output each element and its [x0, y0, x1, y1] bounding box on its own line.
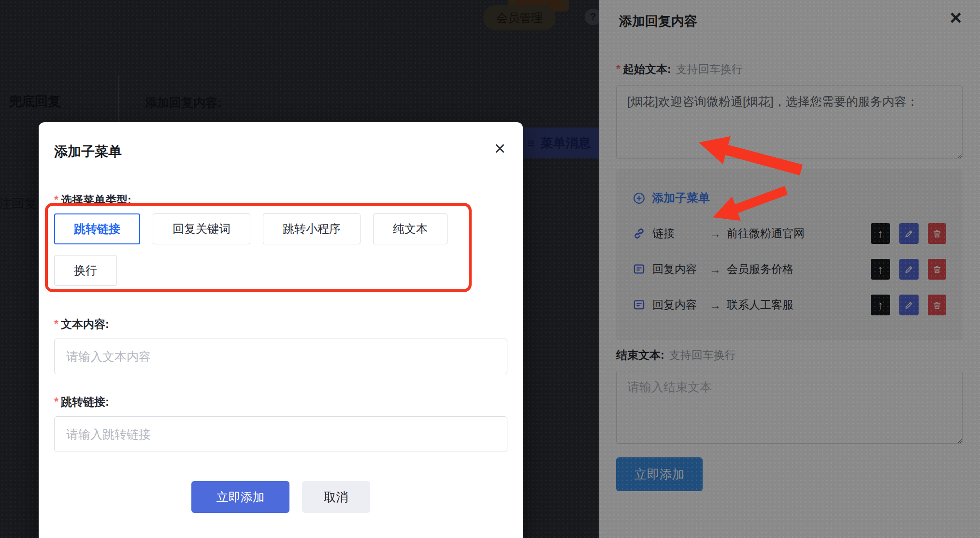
start-text-textarea[interactable]: [烟花]欢迎咨询微粉通[烟花]，选择您需要的服务内容：	[616, 85, 963, 159]
submenu-row: 链接 → 前往微粉通官网 ↑	[633, 223, 946, 244]
tab-fallback-reply[interactable]: 兜底回复	[9, 93, 61, 110]
menu-message-label: 菜单消息	[541, 135, 591, 152]
move-up-button[interactable]: ↑	[871, 223, 890, 244]
trash-icon	[932, 300, 942, 310]
submenu-type: 回复内容	[652, 297, 709, 312]
move-up-button[interactable]: ↑	[871, 295, 890, 315]
start-text-label: * 起始文本: 支持回车换行	[616, 62, 963, 77]
modal-close-icon[interactable]: ×	[494, 139, 505, 158]
edit-button[interactable]	[899, 259, 919, 280]
submenu-type: 回复内容	[652, 262, 709, 277]
end-text-hint: 支持回车换行	[669, 348, 736, 363]
menu-message-button[interactable]: ≡ 菜单消息	[513, 127, 605, 158]
end-text-label: 结束文本: 支持回车换行	[616, 348, 963, 363]
drawer-title: 添加回复内容	[619, 14, 697, 28]
option-plain-text[interactable]: 纯文本	[373, 213, 447, 244]
jump-link-input[interactable]	[54, 416, 507, 452]
modal-footer: 立即添加 取消	[54, 481, 507, 513]
option-jump-link[interactable]: 跳转链接	[54, 213, 140, 244]
modal-cancel-button[interactable]: 取消	[302, 481, 370, 513]
required-mark: *	[616, 63, 620, 76]
required-mark: *	[54, 396, 58, 409]
modal-submit-button[interactable]: 立即添加	[191, 481, 289, 513]
tab-follow-reply[interactable]: 关注回复	[0, 195, 37, 212]
start-text-hint: 支持回车换行	[676, 62, 743, 77]
add-reply-drawer: 添加回复内容 × * 起始文本: 支持回车换行 [烟花]欢迎咨询微粉通[烟花]，…	[599, 0, 980, 538]
pencil-icon	[904, 300, 914, 310]
add-submenu-link[interactable]: 添加子菜单	[633, 190, 946, 206]
tab-divider	[118, 76, 119, 123]
text-content-label: * 文本内容:	[54, 317, 507, 332]
member-management-tab[interactable]: 会员管理	[483, 5, 556, 30]
trash-icon	[932, 265, 942, 274]
drawer-header: 添加回复内容 ×	[599, 0, 980, 48]
submenu-target: 会员服务价格	[727, 262, 793, 277]
drawer-close-icon[interactable]: ×	[950, 8, 962, 28]
delete-button[interactable]	[928, 295, 946, 315]
submenu-target: 前往微粉通官网	[727, 226, 805, 241]
jump-link-label: * 跳转链接:	[54, 395, 507, 410]
add-submenu-modal: 添加子菜单 × * 选择菜单类型: 跳转链接 回复关键词 跳转小程序 纯文本 换…	[39, 122, 523, 538]
link-icon	[633, 227, 646, 240]
option-mini-program[interactable]: 跳转小程序	[263, 213, 360, 244]
submenu-box: 添加子菜单 链接 → 前往微粉通官网 ↑	[616, 169, 963, 340]
edit-button[interactable]	[899, 223, 919, 244]
menu-type-options: 跳转链接 回复关键词 跳转小程序 纯文本 换行	[54, 213, 507, 286]
pencil-icon	[904, 265, 914, 274]
option-line-break[interactable]: 换行	[54, 255, 117, 286]
app-root: 特价59.9元 会员管理 ? 兜底回复 添加回复内容: 关注回复 ≡ 菜单消息 …	[0, 0, 980, 538]
edit-button[interactable]	[899, 295, 919, 315]
arrow-right-icon: →	[709, 298, 721, 312]
menu-lines-icon: ≡	[527, 137, 534, 149]
menu-type-label: * 选择菜单类型:	[54, 193, 507, 208]
submenu-row: 回复内容 → 会员服务价格 ↑	[633, 259, 946, 280]
arrow-right-icon: →	[709, 227, 721, 241]
message-icon	[633, 263, 646, 276]
required-mark: *	[54, 318, 58, 331]
arrow-right-icon: →	[709, 263, 721, 276]
option-reply-keyword[interactable]: 回复关键词	[153, 213, 250, 244]
move-up-button[interactable]: ↑	[871, 259, 890, 280]
reply-content-section-label: 添加回复内容:	[145, 95, 221, 111]
pencil-icon	[904, 229, 914, 239]
end-text-textarea[interactable]	[616, 371, 963, 444]
trash-icon	[932, 229, 942, 239]
text-content-input[interactable]	[54, 339, 507, 374]
delete-button[interactable]	[928, 259, 946, 280]
delete-button[interactable]	[928, 223, 946, 244]
drawer-submit-button[interactable]: 立即添加	[616, 457, 703, 491]
submenu-target: 联系人工客服	[727, 297, 793, 312]
modal-title: 添加子菜单	[54, 142, 507, 161]
submenu-type: 链接	[652, 226, 709, 241]
required-mark: *	[54, 194, 58, 207]
plus-circle-icon	[633, 192, 646, 205]
message-icon	[633, 298, 646, 311]
submenu-row: 回复内容 → 联系人工客服 ↑	[633, 295, 946, 315]
